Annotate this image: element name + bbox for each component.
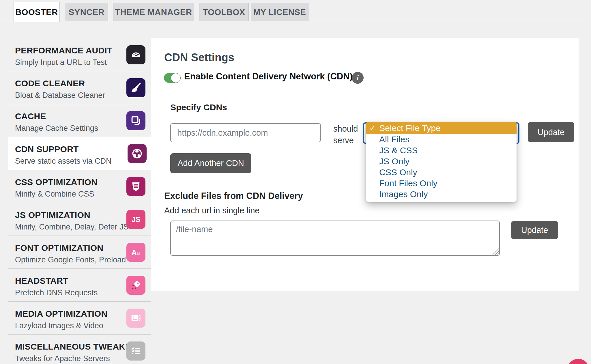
sidebar-item-cdn-support[interactable]: CDN SUPPORT Serve static assets via CDN: [8, 137, 152, 170]
rocket-icon: [126, 276, 145, 295]
cdn-url-input[interactable]: [170, 123, 321, 142]
sidebar-item-font-optimization[interactable]: FONT OPTIMIZATION Optimize Google Fonts,…: [8, 236, 151, 269]
tab-my-license[interactable]: MY LICENSE: [251, 3, 308, 21]
sidebar-item-performance-audit[interactable]: PERFORMANCE AUDIT Simply Input a URL to …: [8, 38, 151, 71]
page-title: CDN Settings: [164, 51, 234, 64]
cdn-enable-label: Enable Content Delivery Network (CDN): [184, 71, 353, 82]
tab-booster-label: BOOSTER: [15, 8, 58, 17]
tab-theme-manager[interactable]: THEME MANAGER: [113, 3, 194, 21]
checklist-icon: [126, 341, 145, 361]
dropdown-option-js-css[interactable]: JS & CSS: [366, 145, 517, 156]
sidebar-item-cache[interactable]: CACHE Manage Cache Settings: [8, 104, 151, 137]
js-icon: JS: [126, 210, 145, 229]
exclude-update-button[interactable]: Update: [511, 221, 558, 239]
media-image-icon: [126, 309, 145, 328]
svg-text:A: A: [132, 248, 137, 256]
tab-theme-manager-label: THEME MANAGER: [115, 8, 192, 17]
exclude-files-heading: Exclude Files from CDN Delivery: [164, 191, 303, 201]
cdn-update-button[interactable]: Update: [528, 122, 574, 142]
dropdown-option-js-only[interactable]: JS Only: [366, 156, 517, 167]
dropdown-option-font-files-only[interactable]: Font Files Only: [366, 178, 517, 189]
dropdown-option-all-files[interactable]: All Files: [366, 134, 517, 145]
sidebar-item-code-cleaner[interactable]: CODE CLEANER Bloat & Database Cleaner: [8, 71, 151, 104]
exclude-textarea-wrap: [170, 221, 500, 256]
toggle-knob: [171, 73, 180, 83]
sidebar-item-js-optimization[interactable]: JS OPTIMIZATION Minify, Combine, Delay, …: [8, 203, 151, 236]
cdn-enable-toggle[interactable]: [164, 73, 181, 83]
tab-booster[interactable]: BOOSTER: [14, 2, 60, 22]
tab-my-license-label: MY LICENSE: [253, 8, 306, 17]
specify-cdns-heading: Specify CDNs: [170, 102, 227, 112]
exclude-files-note: Add each url in single line: [164, 206, 259, 215]
tab-toolbox-label: TOOLBOX: [203, 8, 245, 17]
tab-syncer[interactable]: SYNCER: [65, 3, 108, 21]
gauge-icon: [126, 45, 145, 64]
svg-text:JS: JS: [132, 215, 140, 223]
cache-layers-icon: [126, 111, 145, 130]
sidebar-item-css-optimization[interactable]: CSS OPTIMIZATION Minify & Combine CSS: [8, 170, 151, 203]
tab-toolbox[interactable]: TOOLBOX: [199, 3, 249, 21]
font-aa-icon: Aa: [126, 243, 145, 262]
sidebar-item-miscellaneous-tweaks[interactable]: MISCELLANEOUS TWEAKS Tweaks for Apache S…: [8, 335, 151, 364]
tab-bar: BOOSTER SYNCER THEME MANAGER TOOLBOX MY …: [0, 0, 591, 21]
divider: [164, 117, 579, 117]
dropdown-option-css-only[interactable]: CSS Only: [366, 167, 517, 178]
checkmark-icon: ✓: [366, 124, 379, 133]
svg-text:a: a: [137, 249, 140, 256]
dropdown-selected-label: Select File Type: [379, 123, 441, 133]
tab-syncer-label: SYNCER: [69, 8, 104, 17]
dropdown-option-images-only[interactable]: Images Only: [366, 189, 517, 200]
info-icon[interactable]: i: [352, 72, 364, 84]
sidebar-item-headstart[interactable]: HEADSTART Prefetch DNS Requests: [8, 269, 151, 302]
globe-icon: [128, 144, 147, 163]
file-type-dropdown: ✓ Select File Type All Files JS & CSS JS…: [366, 122, 517, 202]
exclude-files-textarea[interactable]: [170, 221, 500, 256]
sidebar-item-media-optimization[interactable]: MEDIA OPTIMIZATION Lazyload Images & Vid…: [8, 302, 151, 335]
dropdown-option-selected[interactable]: ✓ Select File Type: [366, 122, 517, 134]
should-serve-label: should serve: [333, 123, 368, 146]
chat-bubble-button[interactable]: [567, 359, 589, 364]
broom-icon: [126, 78, 145, 97]
add-another-cdn-button[interactable]: Add Another CDN: [170, 153, 251, 173]
sidebar: PERFORMANCE AUDIT Simply Input a URL to …: [8, 38, 151, 364]
css-shield-icon: [126, 177, 145, 196]
